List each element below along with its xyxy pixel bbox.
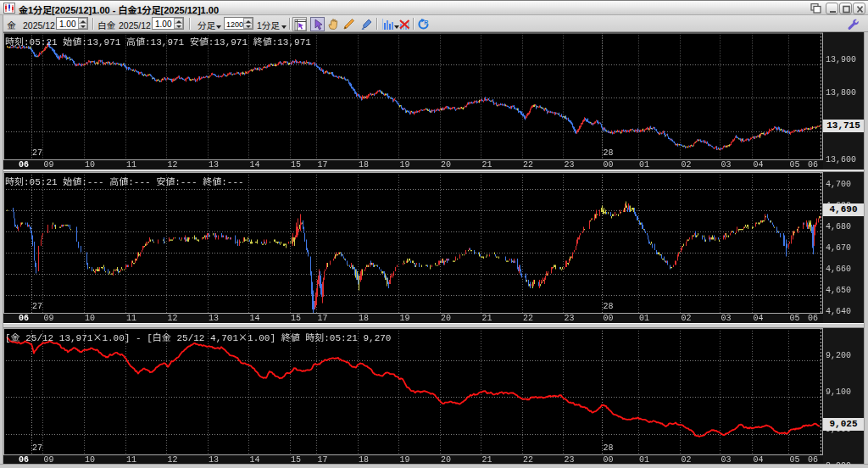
time-label: 11 [126,456,136,465]
time-label: 01 [639,161,649,170]
time-label-last: 06 [808,161,818,170]
gold-panel-header: 時刻:05:21 始値:13,971 高値:13,971 安値:13,971 終… [5,34,311,47]
time-label: 00 [604,315,614,323]
spread-panel-header: [金 25/12 13,971×1.00] - [白金 25/12 4,701×… [5,330,391,343]
time-label: 02 [682,456,692,465]
time-label: 20 [441,456,451,465]
time-label: 19 [400,315,410,323]
time-label: 14 [250,456,260,465]
time-label: 09 [44,315,54,323]
gold-platinum-spread-price-label: 8,900 [826,460,851,468]
time-label: 22 [523,315,533,323]
window-border [0,15,3,468]
platinum-1min-price-label: 4,670 [826,242,851,251]
time-label: 05 [790,315,800,323]
platinum-1min-price-label: 4,650 [826,285,851,293]
time-label: 23 [565,315,575,323]
day-marker-label: 27 [32,303,42,311]
time-label: 22 [523,456,533,465]
time-label: 20 [441,315,451,323]
time-label: 01 [639,315,649,323]
time-label: 00 [604,456,614,465]
time-label: 23 [565,456,575,465]
time-label: 05 [790,456,800,465]
time-label: 10 [85,161,95,170]
time-label: 15 [291,456,301,465]
time-label: 19 [400,456,410,465]
time-label: 12 [168,315,178,323]
gold-last-price-box: 13,715 [823,120,864,132]
platinum-1min-price-label: 4,680 [826,221,851,230]
gold-1min-price-label: 13,800 [826,87,856,96]
time-label: 13 [209,456,219,465]
day-marker-label: 28 [604,303,614,311]
day-marker-label: 28 [604,149,614,158]
chart-window: 金1分足[2025/12]1.00 - 白金1分足[2025/12]1.00 金… [0,0,868,468]
gold-1min-price-label: 13,600 [826,154,856,163]
time-label: 13 [209,315,219,323]
time-label: 11 [126,315,136,323]
day-marker-label: 27 [32,149,42,158]
time-label: 17 [318,456,328,465]
time-label-last: 06 [808,456,818,465]
time-label: 19 [400,161,410,170]
gold-platinum-spread-price-label: 9,200 [826,350,851,359]
time-label-first: 06 [19,161,29,170]
platinum-1min-price-label: 4,640 [826,306,851,315]
time-label: 09 [44,456,54,465]
time-label: 11 [126,161,136,170]
time-label: 15 [291,161,301,170]
time-label: 15 [291,315,301,323]
time-label: 05 [790,161,800,170]
platinum-1min-price-label: 4,700 [826,179,851,187]
time-label: 23 [565,161,575,170]
chart-canvas[interactable] [0,0,868,468]
platinum-panel-header: 時刻:05:21 始値:--- 高値:--- 安値:--- 終値:--- [5,174,244,187]
time-label: 03 [721,161,732,170]
time-label: 12 [168,456,178,465]
time-label: 13 [209,161,219,170]
platinum-1min-price-label: 4,660 [826,264,851,272]
time-label: 20 [441,161,451,170]
time-label: 21 [482,315,492,323]
time-label-last: 06 [808,315,818,323]
time-label-first: 06 [19,456,29,465]
time-label: 04 [754,456,764,465]
time-label: 04 [754,161,764,170]
time-label: 21 [482,456,492,465]
time-label: 17 [318,161,328,170]
day-marker-label: 27 [32,444,42,453]
time-label: 18 [359,315,369,323]
gold-platinum-spread-price-label: 9,100 [826,387,851,395]
gold-1min-price-label: 13,900 [826,54,856,63]
time-label: 03 [721,456,732,465]
day-marker-label: 28 [604,444,614,453]
time-label-first: 06 [19,315,29,323]
time-label: 02 [682,161,692,170]
time-label: 18 [359,161,369,170]
time-label: 18 [359,456,369,465]
time-label: 12 [168,161,178,170]
time-label: 10 [85,315,95,323]
time-label: 03 [721,315,732,323]
time-label: 09 [44,161,54,170]
spread-last-price-box: 9,025 [823,418,864,431]
platinum-last-price-box: 4,690 [823,203,864,216]
time-label: 02 [682,315,692,323]
time-label: 17 [318,315,328,323]
time-label: 14 [250,315,260,323]
window-border [864,32,868,468]
time-label: 10 [85,456,95,465]
time-label: 14 [250,161,260,170]
time-label: 01 [639,456,649,465]
time-label: 22 [523,161,533,170]
time-label: 21 [482,161,492,170]
time-label: 04 [754,315,764,323]
time-label: 00 [604,161,614,170]
